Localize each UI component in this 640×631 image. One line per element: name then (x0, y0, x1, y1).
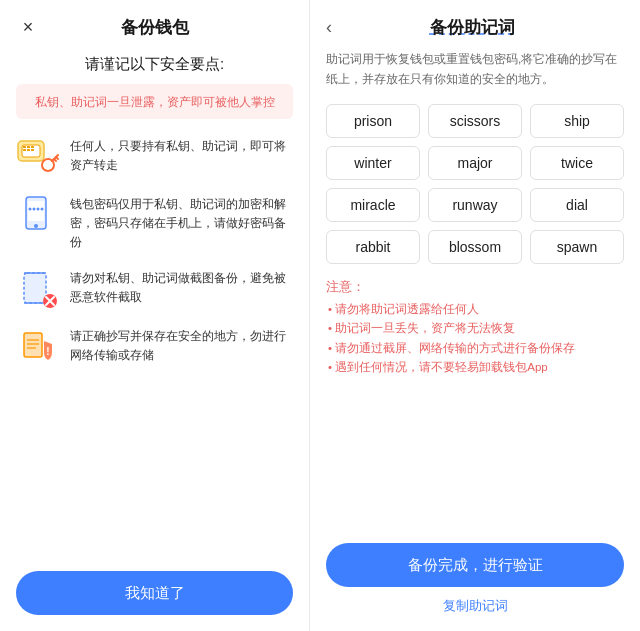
mnemonic-word-3: ship (530, 104, 624, 138)
safety-item-store: ! 请正确抄写并保存在安全的地方，勿进行网络传输或存储 (16, 325, 293, 369)
mnemonic-word-9: dial (530, 188, 624, 222)
safety-text-key: 任何人，只要持有私钥、助记词，即可将资产转走 (70, 135, 293, 175)
right-bottom: 备份完成，进行验证 复制助记词 (326, 543, 624, 615)
safety-items-list: 任何人，只要持有私钥、助记词，即可将资产转走 钱包密码仅用于私钥、助记词的加密和… (16, 135, 293, 549)
screenshot-icon (16, 267, 60, 311)
mnemonic-word-12: spawn (530, 230, 624, 264)
back-button[interactable]: ‹ (326, 17, 332, 38)
svg-rect-4 (31, 146, 34, 148)
notice-item-4: • 遇到任何情况，请不要轻易卸载钱包App (326, 358, 624, 378)
svg-rect-3 (27, 146, 30, 148)
mnemonic-word-2: scissors (428, 104, 522, 138)
warning-text: 私钥、助记词一旦泄露，资产即可被他人掌控 (35, 95, 275, 109)
safety-text-screenshot: 请勿对私钥、助记词做截图备份，避免被恶意软件截取 (70, 267, 293, 307)
warning-banner: 私钥、助记词一旦泄露，资产即可被他人掌控 (16, 84, 293, 119)
svg-point-14 (34, 224, 38, 228)
svg-rect-25 (24, 333, 42, 357)
right-panel: ‹ 备份助记词 助记词用于恢复钱包或重置钱包密码,将它准确的抄写在纸上，并存放在… (310, 0, 640, 631)
safety-item-phone: 钱包密码仅用于私钥、助记词的加密和解密，密码只存储在手机上，请做好密码备份 (16, 193, 293, 253)
svg-point-17 (37, 208, 40, 211)
right-description: 助记词用于恢复钱包或重置钱包密码,将它准确的抄写在纸上，并存放在只有你知道的安全… (326, 49, 624, 90)
copy-mnemonic-link[interactable]: 复制助记词 (326, 597, 624, 615)
phone-icon (16, 193, 60, 237)
svg-rect-7 (31, 149, 34, 151)
left-title: 备份钱包 (121, 16, 189, 39)
svg-line-10 (56, 157, 58, 159)
safety-item-key: 任何人，只要持有私钥、助记词，即可将资产转走 (16, 135, 293, 179)
mnemonic-word-4: winter (326, 146, 420, 180)
left-header: × 备份钱包 (16, 16, 293, 39)
mnemonic-grid: prison scissors ship winter major twice … (326, 104, 624, 264)
backup-verify-button[interactable]: 备份完成，进行验证 (326, 543, 624, 587)
mnemonic-word-5: major (428, 146, 522, 180)
svg-rect-2 (23, 146, 26, 148)
svg-point-16 (33, 208, 36, 211)
notice-item-3: • 请勿通过截屏、网络传输的方式进行备份保存 (326, 339, 624, 359)
mnemonic-word-7: miracle (326, 188, 420, 222)
svg-point-18 (41, 208, 44, 211)
svg-rect-13 (28, 201, 44, 221)
notice-item-1: • 请勿将助记词透露给任何人 (326, 300, 624, 320)
svg-rect-19 (24, 273, 46, 303)
right-header: ‹ 备份助记词 (326, 16, 624, 39)
safety-text-phone: 钱包密码仅用于私钥、助记词的加密和解密，密码只存储在手机上，请做好密码备份 (70, 193, 293, 253)
key-icon (16, 135, 60, 179)
close-button[interactable]: × (16, 16, 40, 40)
svg-line-11 (54, 159, 56, 161)
svg-rect-6 (27, 149, 30, 151)
confirm-button[interactable]: 我知道了 (16, 571, 293, 615)
safety-item-screenshot: 请勿对私钥、助记词做截图备份，避免被恶意软件截取 (16, 267, 293, 311)
notice-title: 注意： (326, 278, 624, 296)
left-bottom: 我知道了 (16, 561, 293, 615)
left-panel: × 备份钱包 请谨记以下安全要点: 私钥、助记词一旦泄露，资产即可被他人掌控 (0, 0, 310, 631)
mnemonic-word-10: rabbit (326, 230, 420, 264)
mnemonic-word-8: runway (428, 188, 522, 222)
mnemonic-word-11: blossom (428, 230, 522, 264)
store-icon: ! (16, 325, 60, 369)
safety-heading: 请谨记以下安全要点: (16, 55, 293, 74)
right-title: 备份助记词 (340, 16, 604, 39)
mnemonic-word-6: twice (530, 146, 624, 180)
notice-item-2: • 助记词一旦丢失，资产将无法恢复 (326, 319, 624, 339)
safety-text-store: 请正确抄写并保存在安全的地方，勿进行网络传输或存储 (70, 325, 293, 365)
mnemonic-word-1: prison (326, 104, 420, 138)
svg-rect-5 (23, 149, 26, 151)
notice-section: 注意： • 请勿将助记词透露给任何人 • 助记词一旦丢失，资产将无法恢复 • 请… (326, 278, 624, 378)
svg-text:!: ! (46, 346, 49, 357)
svg-point-15 (29, 208, 32, 211)
